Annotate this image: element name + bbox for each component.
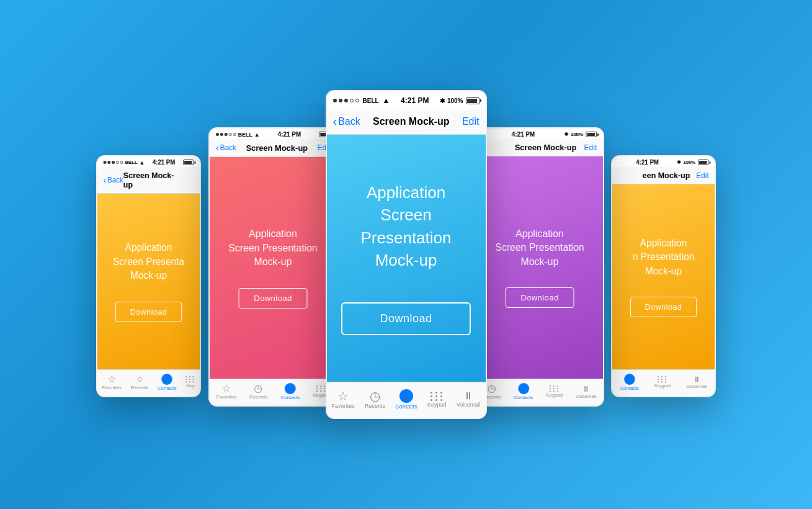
voicemail-icon: ⏸ xyxy=(463,391,473,401)
tab-voicemail-center[interactable]: ⏸ Voicemail xyxy=(457,391,481,408)
nav-bar-far-left: ‹ Back Screen Mock-up xyxy=(97,167,200,194)
nav-title-mid-right: Screen Mock-up xyxy=(514,143,576,152)
keypad-icon xyxy=(316,385,326,392)
chevron-icon-center: ‹ xyxy=(333,114,337,128)
carrier-mid-left: BELL xyxy=(238,132,252,138)
time-mid-right: 4:21 PM xyxy=(511,131,534,138)
nav-bar-mid-left: ‹ Back Screen Mock-up Edit xyxy=(210,139,336,157)
content-far-right: Application n Presentation Mock-up Downl… xyxy=(612,184,715,369)
tab-keypad-far-left[interactable]: Key xyxy=(185,376,195,389)
tab-favorites-center[interactable]: ☆ Favorites xyxy=(332,390,355,409)
app-title-mid-right: Application Screen Presentation Mock-up xyxy=(495,227,584,269)
download-btn-far-left[interactable]: Download xyxy=(115,302,182,322)
contacts-icon: 👤 xyxy=(517,383,529,394)
edit-btn-far-right[interactable]: Edit xyxy=(696,171,708,180)
tab-bar-center: ☆ Favorites ◷ Recents 👤 Contacts Keypad xyxy=(327,382,486,418)
status-bar-mid-right: 4:21 PM ✱ 100% xyxy=(476,128,603,139)
tab-keypad-center[interactable]: Keypad xyxy=(427,392,447,408)
tab-keypad-far-right[interactable]: Keypad xyxy=(654,376,671,389)
tab-contacts-far-right[interactable]: 👤 Contacts xyxy=(620,374,639,391)
star-icon: ☆ xyxy=(337,390,349,402)
keypad-icon xyxy=(658,376,667,382)
status-bar-far-left: BELL ▲ 4:21 PM xyxy=(97,156,200,167)
nav-title-far-right: een Mock-up xyxy=(643,171,690,180)
voicemail-icon: ⏸ xyxy=(582,385,590,393)
edit-btn-mid-right[interactable]: Edit xyxy=(584,143,596,152)
bt-icon-mid-right: ✱ xyxy=(564,132,568,137)
tab-contacts-mid-left[interactable]: 👤 Contacts xyxy=(280,383,300,400)
nav-title-far-left: Screen Mock-up xyxy=(123,171,177,189)
time-far-right: 4:21 PM xyxy=(636,159,659,166)
clock-icon: ◷ xyxy=(254,384,262,394)
nav-title-mid-left: Screen Mock-up xyxy=(246,143,307,153)
status-bar-center: BELL ▲ 4:21 PM ✱ 100% xyxy=(327,91,486,109)
tab-recents-far-left[interactable]: ○ Recents xyxy=(131,374,148,390)
download-btn-far-right[interactable]: Download xyxy=(630,297,697,317)
contacts-icon: 👤 xyxy=(284,383,295,394)
tab-contacts-mid-right[interactable]: 👤 Contacts xyxy=(514,383,533,400)
clock-icon: ◷ xyxy=(487,384,496,394)
back-btn-mid-left[interactable]: ‹ Back xyxy=(215,143,236,153)
nav-bar-mid-right: Screen Mock-up Edit xyxy=(476,139,603,156)
back-btn-far-left[interactable]: ‹ Back xyxy=(104,175,123,185)
tab-favorites-far-left[interactable]: ☆ Favorites xyxy=(102,374,122,390)
clock-icon: ○ xyxy=(136,374,142,384)
carrier-far-left: BELL xyxy=(125,160,137,165)
tab-recents-center[interactable]: ◷ Recents xyxy=(365,390,385,409)
back-btn-center[interactable]: ‹ Back xyxy=(333,114,360,128)
app-title-far-left: Application Screen Presenta Mock-up xyxy=(113,241,184,282)
tab-contacts-center[interactable]: 👤 Contacts xyxy=(395,389,417,410)
battery-pct-center: 100% xyxy=(447,97,463,104)
tab-bar-mid-right: ◷ Recents 👤 Contacts Keypad ⏸ Voicemail xyxy=(476,379,603,405)
wifi-icon-center: ▲ xyxy=(383,96,390,105)
chevron-icon-far-left: ‹ xyxy=(104,175,107,185)
nav-bar-center: ‹ Back Screen Mock-up Edit xyxy=(327,109,486,135)
download-btn-mid-right[interactable]: Download xyxy=(505,287,574,308)
tab-contacts-far-left[interactable]: 👤 Contacts xyxy=(158,374,177,391)
tab-favorites-mid-left[interactable]: ☆ Favorites xyxy=(216,384,236,400)
app-title-far-right: Application n Presentation Mock-up xyxy=(633,236,695,278)
tab-bar-mid-left: ☆ Favorites ◷ Recents 👤 Contacts Keypad xyxy=(210,379,336,405)
clock-icon: ◷ xyxy=(370,390,380,402)
time-center: 4:21 PM xyxy=(401,96,429,105)
nav-title-center: Screen Mock-up xyxy=(373,116,450,127)
content-mid-right: Application Screen Presentation Mock-up … xyxy=(476,156,603,379)
bluetooth-icon-center: ✱ xyxy=(440,97,445,104)
contacts-icon: 👤 xyxy=(399,389,413,403)
wifi-icon-mid-left: ▲ xyxy=(254,132,259,138)
bt-icon-far-right: ✱ xyxy=(677,160,681,165)
mockup-scene: BELL ▲ 4:21 PM ‹ Back Screen Mock-up App… xyxy=(65,31,747,478)
time-far-left: 4:21 PM xyxy=(153,159,176,166)
phone-far-right: 4:21 PM ✱ 100% een Mock-up Edit Applicat… xyxy=(611,155,716,397)
tab-bar-far-right: 👤 Contacts Keypad ⏸ Voicemail xyxy=(612,369,715,396)
contacts-icon: 👤 xyxy=(624,374,635,385)
tab-voicemail-far-right[interactable]: ⏸ Voicemail xyxy=(686,376,707,389)
time-mid-left: 4:21 PM xyxy=(277,131,300,138)
phone-far-left: BELL ▲ 4:21 PM ‹ Back Screen Mock-up App… xyxy=(96,155,201,397)
chevron-icon-mid-left: ‹ xyxy=(215,143,218,153)
voicemail-icon: ⏸ xyxy=(693,376,700,383)
wifi-icon-far-left: ▲ xyxy=(139,160,145,166)
phone-mid-right: 4:21 PM ✱ 100% Screen Mock-up Edit Appli… xyxy=(475,127,604,407)
tab-voicemail-mid-right[interactable]: ⏸ Voicemail xyxy=(575,385,596,399)
app-title-center: Application Screen Presentation Mock-up xyxy=(339,181,473,272)
carrier-center: BELL xyxy=(363,97,379,104)
app-title-mid-left: Application Screen Presentation Mock-up xyxy=(228,227,318,269)
star-icon: ☆ xyxy=(221,384,230,394)
phone-mid-left: BELL ▲ 4:21 PM ‹ Back Screen Mock-up Edi… xyxy=(208,127,337,407)
tab-recents-mid-left[interactable]: ◷ Recents xyxy=(249,384,267,400)
status-bar-mid-left: BELL ▲ 4:21 PM xyxy=(210,128,336,139)
download-btn-mid-left[interactable]: Download xyxy=(238,288,307,309)
tab-keypad-mid-right[interactable]: Keypad xyxy=(546,385,563,398)
edit-btn-center[interactable]: Edit xyxy=(462,116,480,127)
tab-bar-far-left: ☆ Favorites ○ Recents 👤 Contacts Key xyxy=(97,369,200,396)
star-icon: ☆ xyxy=(107,374,116,384)
keypad-icon xyxy=(431,392,444,401)
download-btn-center[interactable]: Download xyxy=(341,302,470,335)
content-center: Application Screen Presentation Mock-up … xyxy=(327,135,486,382)
phone-center: BELL ▲ 4:21 PM ✱ 100% ‹ Back Screen Mock… xyxy=(326,90,487,419)
keypad-icon xyxy=(185,376,195,382)
status-bar-far-right: 4:21 PM ✱ 100% xyxy=(612,156,715,167)
keypad-icon xyxy=(549,385,559,392)
nav-bar-far-right: een Mock-up Edit xyxy=(612,167,715,184)
